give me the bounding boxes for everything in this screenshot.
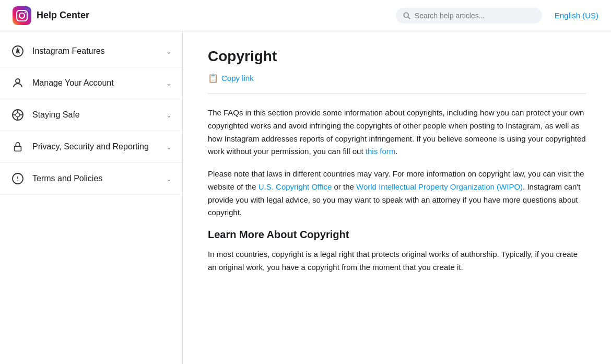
chevron-down-icon-manage: ⌄ <box>166 79 172 87</box>
svg-rect-0 <box>13 6 31 25</box>
header: Help Center English (US) <box>0 0 611 31</box>
svg-rect-16 <box>15 146 21 151</box>
chevron-down-icon-features: ⌄ <box>166 48 172 55</box>
alert-circle-icon <box>10 171 25 186</box>
sidebar: Instagram Features ⌄ Manage Your Account… <box>0 31 183 364</box>
svg-point-11 <box>16 113 20 117</box>
lock-icon <box>10 139 25 154</box>
shield-icon <box>10 108 25 122</box>
main-content: Copyright 📋 Copy link The FAQs in this s… <box>183 31 611 364</box>
svg-marker-8 <box>17 50 19 54</box>
instagram-logo-icon <box>13 6 31 25</box>
sidebar-item-staying-safe[interactable]: Staying Safe ⌄ <box>0 99 182 131</box>
chevron-down-icon-safe: ⌄ <box>166 111 172 119</box>
this-form-link[interactable]: this form <box>366 147 396 156</box>
person-icon <box>10 76 25 90</box>
section-divider <box>208 93 586 94</box>
paragraph-1: The FAQs in this section provide some in… <box>208 107 586 158</box>
language-button[interactable]: English (US) <box>555 11 598 20</box>
sidebar-label-staying-safe: Staying Safe <box>32 110 162 121</box>
section2-title: Learn More About Copyright <box>208 229 586 241</box>
sidebar-item-terms-policies[interactable]: Terms and Policies ⌄ <box>0 163 182 195</box>
paragraph-2: Please note that laws in different count… <box>208 168 586 219</box>
copy-link-icon: 📋 <box>208 73 218 83</box>
copy-link-label: Copy link <box>221 74 254 83</box>
sidebar-item-privacy-security[interactable]: Privacy, Security and Reporting ⌄ <box>0 131 182 163</box>
compass-icon <box>10 44 25 58</box>
sidebar-label-instagram-features: Instagram Features <box>32 46 162 57</box>
search-input[interactable] <box>415 11 535 20</box>
sidebar-label-privacy-security: Privacy, Security and Reporting <box>32 142 162 152</box>
svg-point-9 <box>16 79 20 83</box>
search-bar <box>396 8 542 24</box>
page-title: Copyright <box>208 48 586 65</box>
svg-point-19 <box>17 180 18 181</box>
copy-link-button[interactable]: 📋 Copy link <box>208 73 586 83</box>
svg-line-5 <box>408 17 410 19</box>
svg-point-4 <box>404 13 408 17</box>
sidebar-label-manage-account: Manage Your Account <box>32 78 162 89</box>
wipo-link[interactable]: World Intellectual Property Organization… <box>356 182 523 191</box>
sidebar-item-manage-account[interactable]: Manage Your Account ⌄ <box>0 67 182 99</box>
search-icon <box>403 12 410 19</box>
us-copyright-link[interactable]: U.S. Copyright Office <box>258 182 332 191</box>
header-title: Help Center <box>37 10 89 21</box>
paragraph-3: In most countries, copyright is a legal … <box>208 248 586 274</box>
svg-point-3 <box>25 11 26 13</box>
sidebar-label-terms-policies: Terms and Policies <box>32 173 162 184</box>
sidebar-item-instagram-features[interactable]: Instagram Features ⌄ <box>0 36 182 67</box>
page-layout: Instagram Features ⌄ Manage Your Account… <box>0 31 611 364</box>
chevron-down-icon-terms: ⌄ <box>166 175 172 183</box>
logo-link[interactable]: Help Center <box>13 6 89 25</box>
chevron-down-icon-privacy: ⌄ <box>166 143 172 151</box>
